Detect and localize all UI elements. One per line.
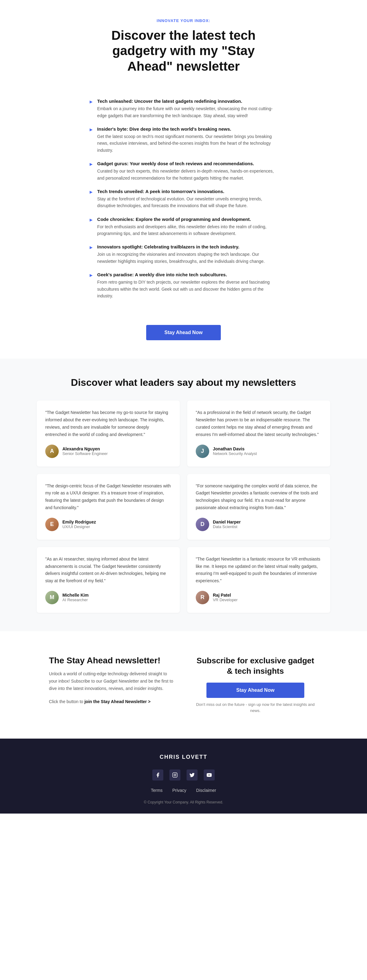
feature-item: ► Geek's paradise: A weekly dive into ni… xyxy=(89,272,278,299)
feature-body: Stay at the forefront of technological e… xyxy=(97,196,278,209)
footer-copyright: © Copyright Your Company. All Rights Res… xyxy=(12,800,355,804)
testimonial-quote: "As an AI researcher, staying informed a… xyxy=(45,556,171,585)
hero-cta-wrap: Stay Ahead Now xyxy=(0,319,367,359)
testimonials-section: Discover what leaders say about my newsl… xyxy=(0,359,367,631)
feature-text: Code chronicles: Explore the world of pr… xyxy=(97,216,278,237)
facebook-icon[interactable] xyxy=(152,770,163,781)
feature-item: ► Insider's byte: Dive deep into the tec… xyxy=(89,126,278,154)
footer-link-terms[interactable]: Terms xyxy=(151,788,162,793)
bottom-left: The Stay Ahead newsletter! Unlock a worl… xyxy=(49,655,174,714)
feature-arrow-icon: ► xyxy=(89,273,94,278)
author-name: Daniel Harper xyxy=(213,520,241,524)
author-role: VR Developer xyxy=(213,598,238,602)
testimonials-grid: "The Gadget Newsletter has become my go-… xyxy=(37,401,330,613)
twitter-icon[interactable] xyxy=(187,770,197,781)
feature-item: ► Innovators spotlight: Celebrating trai… xyxy=(89,244,278,265)
testimonial-author: D Daniel Harper Data Scientist xyxy=(196,518,322,531)
svg-point-1 xyxy=(174,774,176,776)
feature-text: Gadget gurus: Your weekly dose of tech r… xyxy=(97,161,278,181)
testimonial-author: R Raj Patel VR Developer xyxy=(196,591,322,604)
testimonial-quote: "As a professional in the field of netwo… xyxy=(196,409,322,438)
bottom-right: Subscribe for exclusive gadget & tech in… xyxy=(193,655,318,714)
feature-text: Insider's byte: Dive deep into the tech … xyxy=(97,126,278,154)
feature-heading: Tech unleashed: Uncover the latest gadge… xyxy=(97,99,242,104)
feature-text: Geek's paradise: A weekly dive into nich… xyxy=(97,272,278,299)
bottom-left-title: The Stay Ahead newsletter! xyxy=(49,655,174,665)
feature-body: Embark on a journey into the future with… xyxy=(97,105,278,119)
avatar: A xyxy=(45,445,59,458)
bottom-sub-text: Don't miss out on the future - sign up n… xyxy=(193,702,318,714)
footer-link-privacy[interactable]: Privacy xyxy=(172,788,186,793)
feature-arrow-icon: ► xyxy=(89,162,94,167)
author-info: Jonathan Davis Network Security Analyst xyxy=(213,446,257,456)
author-name: Emily Rodriguez xyxy=(62,520,96,524)
author-name: Alexandra Nguyen xyxy=(62,446,108,451)
youtube-icon[interactable] xyxy=(204,770,215,781)
author-name: Raj Patel xyxy=(213,593,238,598)
testimonial-author: A Alexandra Nguyen Senior Software Engin… xyxy=(45,445,171,458)
testimonial-card: "The Gadget Newsletter is a fantastic re… xyxy=(187,547,330,613)
footer: CHRIS LOVETT xyxy=(0,738,367,813)
testimonial-quote: "For someone navigating the complex worl… xyxy=(196,482,322,512)
avatar: D xyxy=(196,518,209,531)
testimonial-quote: "The Gadget Newsletter has become my go-… xyxy=(45,409,171,438)
testimonials-title: Discover what leaders say about my newsl… xyxy=(12,377,355,388)
svg-rect-0 xyxy=(173,773,177,778)
feature-body: Join us in recognizing the visionaries a… xyxy=(97,251,278,265)
bottom-left-link[interactable]: join the Stay Ahead Newsletter > xyxy=(84,699,151,704)
hero-title: Discover the latest tech gadgetry with m… xyxy=(89,28,278,74)
bottom-cta-button[interactable]: Stay Ahead Now xyxy=(207,682,304,698)
testimonial-quote: "The Gadget Newsletter is a fantastic re… xyxy=(196,556,322,585)
avatar: R xyxy=(196,591,209,604)
testimonial-card: "The design-centric focus of the Gadget … xyxy=(37,474,180,540)
bottom-left-body: Unlock a world of cutting-edge technolog… xyxy=(49,670,174,692)
feature-heading: Tech trends unveiled: A peek into tomorr… xyxy=(97,189,224,194)
bottom-cta-section: The Stay Ahead newsletter! Unlock a worl… xyxy=(0,631,367,738)
author-role: Network Security Analyst xyxy=(213,451,257,456)
features-list: ► Tech unleashed: Uncover the latest gad… xyxy=(76,99,291,319)
feature-heading: Insider's byte: Dive deep into the tech … xyxy=(97,126,231,132)
footer-link-disclaimer[interactable]: Disclaimer xyxy=(196,788,216,793)
feature-arrow-icon: ► xyxy=(89,189,94,195)
testimonial-author: J Jonathan Davis Network Security Analys… xyxy=(196,445,322,458)
avatar: E xyxy=(45,518,59,531)
author-role: Data Scientist xyxy=(213,524,241,529)
feature-heading: Gadget gurus: Your weekly dose of tech r… xyxy=(97,161,254,166)
feature-text: Innovators spotlight: Celebrating trailb… xyxy=(97,244,278,265)
testimonial-card: "The Gadget Newsletter has become my go-… xyxy=(37,401,180,466)
author-info: Raj Patel VR Developer xyxy=(213,593,238,602)
feature-item: ► Tech unleashed: Uncover the latest gad… xyxy=(89,99,278,119)
feature-arrow-icon: ► xyxy=(89,127,94,132)
author-info: Daniel Harper Data Scientist xyxy=(213,520,241,529)
author-name: Michelle Kim xyxy=(62,593,89,598)
svg-point-2 xyxy=(176,773,176,774)
feature-heading: Geek's paradise: A weekly dive into nich… xyxy=(97,272,227,277)
testimonial-card: "As an AI researcher, staying informed a… xyxy=(37,547,180,613)
testimonial-author: M Michelle Kim AI Researcher xyxy=(45,591,171,604)
bottom-left-click: Click the button to join the Stay Ahead … xyxy=(49,698,174,706)
feature-item: ► Gadget gurus: Your weekly dose of tech… xyxy=(89,161,278,181)
avatar: M xyxy=(45,591,59,604)
author-role: UX/UI Designer xyxy=(62,524,96,529)
feature-arrow-icon: ► xyxy=(89,245,94,250)
feature-heading: Innovators spotlight: Celebrating trailb… xyxy=(97,244,240,249)
feature-body: Get the latest scoop on tech's most sign… xyxy=(97,133,278,154)
feature-arrow-icon: ► xyxy=(89,217,94,223)
footer-links: TermsPrivacyDisclaimer xyxy=(12,788,355,793)
feature-body: From retro gaming to DIY tech projects, … xyxy=(97,279,278,299)
social-icons xyxy=(12,770,355,781)
testimonial-quote: "The design-centric focus of the Gadget … xyxy=(45,482,171,512)
feature-text: Tech trends unveiled: A peek into tomorr… xyxy=(97,189,278,209)
author-info: Alexandra Nguyen Senior Software Enginee… xyxy=(62,446,108,456)
feature-arrow-icon: ► xyxy=(89,99,94,105)
feature-item: ► Tech trends unveiled: A peek into tomo… xyxy=(89,189,278,209)
author-info: Emily Rodriguez UX/UI Designer xyxy=(62,520,96,529)
hero-cta-button[interactable]: Stay Ahead Now xyxy=(146,325,221,340)
feature-text: Tech unleashed: Uncover the latest gadge… xyxy=(97,99,278,119)
hero-label: INNOVATE YOUR INBOX: xyxy=(89,18,278,23)
instagram-icon[interactable] xyxy=(170,770,180,781)
hero-section: INNOVATE YOUR INBOX: Discover the latest… xyxy=(0,0,367,359)
testimonial-author: E Emily Rodriguez UX/UI Designer xyxy=(45,518,171,531)
author-info: Michelle Kim AI Researcher xyxy=(62,593,89,602)
feature-heading: Code chronicles: Explore the world of pr… xyxy=(97,216,251,222)
